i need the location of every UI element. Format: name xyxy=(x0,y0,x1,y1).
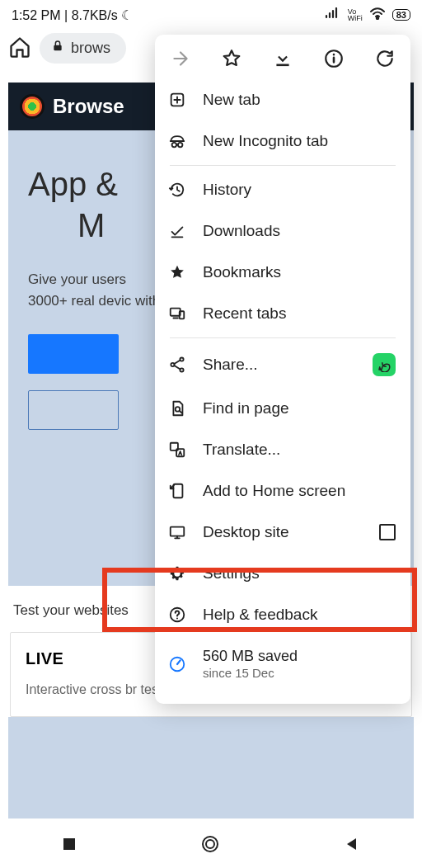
menu-label: Find in page xyxy=(203,399,289,417)
system-nav-bar xyxy=(0,823,422,868)
primary-cta-button[interactable] xyxy=(28,334,119,374)
brand-name: Browse xyxy=(53,95,124,118)
svg-rect-18 xyxy=(173,484,182,498)
svg-rect-1 xyxy=(54,45,61,51)
status-right: VoWiFi 83 xyxy=(325,7,410,23)
battery-icon: 83 xyxy=(392,9,410,21)
refresh-icon[interactable] xyxy=(374,48,396,69)
menu-downloads[interactable]: Downloads xyxy=(162,210,404,252)
browser-menu: New tab New Incognito tab History Downlo… xyxy=(155,35,410,704)
url-text: brows xyxy=(71,40,110,57)
svg-rect-5 xyxy=(276,64,288,67)
address-bar[interactable]: brows xyxy=(40,33,126,64)
menu-help[interactable]: Help & feedback xyxy=(162,594,404,635)
svg-point-0 xyxy=(377,17,378,19)
menu-label: Share... xyxy=(203,356,258,374)
recent-apps-icon[interactable] xyxy=(62,837,77,855)
menu-label: History xyxy=(203,181,251,199)
menu-label: Translate... xyxy=(203,441,280,459)
check-underline-icon xyxy=(166,222,188,240)
menu-label: Help & feedback xyxy=(203,606,317,624)
svg-point-3 xyxy=(203,837,218,851)
data-saved-text: 560 MB saved since 15 Dec xyxy=(203,647,298,681)
home-icon[interactable] xyxy=(8,35,31,62)
status-time: 1:52 PM xyxy=(12,8,61,22)
status-bar: 1:52 PM | 8.7KB/s ☾ VoWiFi 83 xyxy=(0,0,422,28)
menu-label: Add to Home screen xyxy=(203,482,345,500)
menu-incognito[interactable]: New Incognito tab xyxy=(162,120,404,162)
devices-icon xyxy=(166,304,188,323)
menu-history[interactable]: History xyxy=(162,169,404,210)
menu-label: New tab xyxy=(203,91,260,109)
data-saved-amount: 560 MB saved xyxy=(203,647,298,666)
hero-body: Give your users 3000+ real devic with xyxy=(28,269,168,311)
star-fill-icon xyxy=(166,263,188,281)
menu-settings[interactable]: Settings xyxy=(162,553,404,594)
menu-desktop-site[interactable]: Desktop site xyxy=(162,512,404,553)
menu-share[interactable]: Share... xyxy=(162,342,404,388)
menu-label: Settings xyxy=(203,564,260,583)
info-icon[interactable] xyxy=(323,48,345,69)
menu-add-home[interactable]: Add to Home screen xyxy=(162,470,404,512)
vowifi-icon: VoWiFi xyxy=(348,8,363,21)
browserstack-logo-icon xyxy=(20,94,45,119)
menu-label: New Incognito tab xyxy=(203,132,328,150)
share-icon xyxy=(166,356,188,374)
svg-point-4 xyxy=(206,840,214,848)
lock-icon xyxy=(51,40,64,57)
desktop-site-checkbox[interactable] xyxy=(379,524,396,540)
menu-divider xyxy=(170,337,396,338)
menu-new-tab[interactable]: New tab xyxy=(162,79,404,120)
gauge-icon xyxy=(166,655,188,673)
star-icon[interactable] xyxy=(221,48,242,69)
back-icon[interactable] xyxy=(344,836,360,856)
incognito-icon xyxy=(166,132,188,150)
wifi-icon xyxy=(369,7,386,23)
secondary-cta-button[interactable] xyxy=(28,390,119,430)
menu-list: New tab New Incognito tab History Downlo… xyxy=(155,79,410,692)
find-in-page-icon xyxy=(166,399,188,417)
menu-translate[interactable]: Translate... xyxy=(162,429,404,470)
plus-square-icon xyxy=(166,91,188,109)
whatsapp-icon[interactable] xyxy=(373,353,396,376)
svg-rect-2 xyxy=(63,838,75,850)
gear-icon xyxy=(166,564,188,583)
status-left: 1:52 PM | 8.7KB/s ☾ xyxy=(12,7,133,23)
svg-rect-11 xyxy=(180,311,185,318)
signal-icon xyxy=(325,7,341,22)
menu-label: Downloads xyxy=(203,222,280,240)
menu-data-saved[interactable]: 560 MB saved since 15 Dec xyxy=(162,635,404,692)
svg-rect-19 xyxy=(171,527,185,536)
data-saved-sub: since 15 Dec xyxy=(203,666,298,682)
translate-icon xyxy=(166,441,188,459)
history-icon xyxy=(166,181,188,199)
menu-recent-tabs[interactable]: Recent tabs xyxy=(162,293,404,334)
moon-icon: ☾ xyxy=(121,8,133,22)
menu-label: Bookmarks xyxy=(203,263,281,281)
menu-find-in-page[interactable]: Find in page xyxy=(162,388,404,429)
menu-divider xyxy=(170,165,396,166)
menu-top-row xyxy=(155,41,410,79)
add-home-icon xyxy=(166,482,188,500)
download-icon[interactable] xyxy=(272,48,293,69)
menu-bookmarks[interactable]: Bookmarks xyxy=(162,252,404,293)
forward-icon[interactable] xyxy=(170,48,191,69)
status-netspeed: 8.7KB/s xyxy=(72,8,118,22)
desktop-icon xyxy=(166,523,188,541)
menu-label: Desktop site xyxy=(203,523,289,541)
menu-label: Recent tabs xyxy=(203,304,286,323)
help-icon xyxy=(166,606,188,624)
home-circle-icon[interactable] xyxy=(200,834,220,857)
